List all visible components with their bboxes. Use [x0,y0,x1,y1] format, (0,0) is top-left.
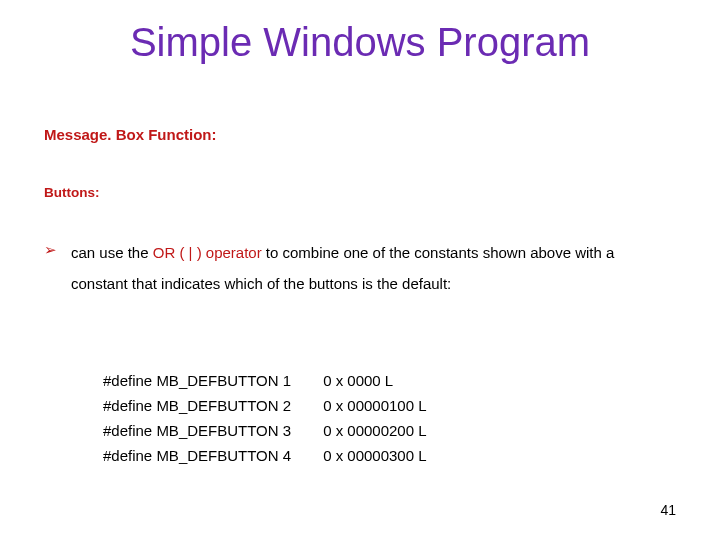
bullet-item: ➢ can use the OR ( | ) operator to combi… [44,238,662,300]
table-row: #define MB_DEFBUTTON 4 0 x 00000300 L [103,443,427,468]
define-value: 0 x 00000100 L [323,393,426,418]
section-heading-function: Message. Box Function: [44,126,217,143]
slide-title: Simple Windows Program [0,20,720,65]
defines-table: #define MB_DEFBUTTON 1 0 x 0000 L #defin… [103,368,427,468]
defines-block: #define MB_DEFBUTTON 1 0 x 0000 L #defin… [103,368,427,468]
define-value: 0 x 00000200 L [323,418,426,443]
bullet-text-pre: can use the [71,244,153,261]
define-name: #define MB_DEFBUTTON 3 [103,418,323,443]
page-number: 41 [660,502,676,518]
bullet-text: can use the OR ( | ) operator to combine… [71,238,662,300]
define-value: 0 x 0000 L [323,368,426,393]
table-row: #define MB_DEFBUTTON 3 0 x 00000200 L [103,418,427,443]
table-row: #define MB_DEFBUTTON 1 0 x 0000 L [103,368,427,393]
bullet-text-highlight: OR ( | ) operator [153,244,262,261]
triangle-bullet-icon: ➢ [44,238,57,262]
slide: Simple Windows Program Message. Box Func… [0,0,720,540]
table-row: #define MB_DEFBUTTON 2 0 x 00000100 L [103,393,427,418]
define-name: #define MB_DEFBUTTON 1 [103,368,323,393]
define-value: 0 x 00000300 L [323,443,426,468]
bullet-list: ➢ can use the OR ( | ) operator to combi… [44,238,662,300]
section-heading-buttons: Buttons: [44,185,99,200]
define-name: #define MB_DEFBUTTON 2 [103,393,323,418]
define-name: #define MB_DEFBUTTON 4 [103,443,323,468]
